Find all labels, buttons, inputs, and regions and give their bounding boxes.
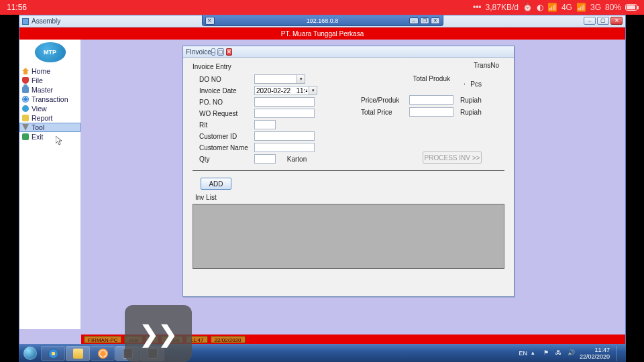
total-price-input[interactable] (409, 107, 453, 117)
invoice-date-input[interactable] (254, 86, 309, 95)
remote-viewport: Assembly – ▢ ✕ ⤲ 192.168.0.8 – ❐ ✕ PT. M… (19, 15, 626, 345)
maximize-button[interactable]: ▢ (217, 48, 224, 56)
close-button[interactable]: ✕ (610, 17, 623, 25)
media-player-icon (98, 349, 108, 359)
chevrons-right-icon: ❯❯ (140, 320, 177, 347)
customer-id-input[interactable] (254, 131, 315, 141)
sidebar-item-exit[interactable]: Exit (19, 132, 80, 141)
tray-time: 11:47 (580, 347, 610, 353)
rdp-close-button[interactable]: ✕ (431, 17, 440, 24)
sidebar-item-label: Home (32, 67, 50, 75)
network-icon[interactable]: 🖧 (555, 349, 564, 357)
start-button[interactable] (20, 346, 40, 361)
price-column: Price/Produk Rupiah Total Price Rupiah (361, 72, 502, 119)
sidebar-item-report[interactable]: Report (19, 113, 80, 123)
tray-lang[interactable]: EN (519, 350, 527, 357)
sidebar-item-label: File (32, 76, 43, 84)
qty-input[interactable] (254, 154, 276, 164)
flag-icon[interactable]: ⚑ (543, 349, 551, 357)
footer-host: FIRMAN-PC (84, 336, 121, 343)
rupiah-unit: Rupiah (460, 97, 482, 104)
rupiah-unit: Rupiah (460, 109, 482, 116)
price-produk-label: Price/Produk (361, 97, 405, 104)
sidebar-item-tool[interactable]: Tool (19, 123, 80, 132)
signal-4g: 4G (561, 3, 572, 12)
rdp-host: 192.168.0.8 (307, 17, 339, 24)
dnd-icon: ◐ (537, 3, 543, 12)
taskbar-item-media[interactable] (91, 346, 115, 361)
logo (35, 42, 66, 62)
system-tray: EN ▴ ⚑ 🖧 🔊 11:47 22/02/2020 (519, 346, 626, 361)
customer-name-input[interactable] (254, 143, 315, 152)
sidebar-item-label: View (32, 105, 47, 113)
chevron-down-icon[interactable]: ▾ (297, 74, 305, 84)
minimize-button[interactable]: – (584, 17, 596, 25)
wo-request-label: WO Request (199, 110, 254, 117)
do-no-input[interactable] (254, 74, 297, 84)
rdp-connection-bar[interactable]: ⤲ 192.168.0.8 – ❐ ✕ (202, 15, 443, 26)
rdp-minimize-button[interactable]: – (409, 17, 419, 24)
sidebar-item-label: Report (32, 114, 53, 122)
remote-control-widget[interactable]: ❯❯ (125, 305, 192, 362)
total-price-label: Total Price (361, 109, 405, 116)
finvoice-title-text: FInvoice (186, 48, 211, 56)
assembly-window: Assembly – ▢ ✕ ⤲ 192.168.0.8 – ❐ ✕ PT. M… (19, 15, 626, 345)
sidebar: Home File Master Transaction View Report… (19, 40, 81, 329)
company-banner: PT. Muara Tunggal Perkasa (19, 27, 625, 40)
wo-request-input[interactable] (254, 109, 315, 118)
file-icon (22, 77, 29, 84)
exit-icon (22, 133, 29, 140)
sidebar-item-label: Transaction (32, 95, 68, 103)
signal-3g: 3G (590, 3, 601, 12)
finvoice-body: Invoice Entry TransNo Total Produk . Pcs… (183, 58, 514, 296)
view-icon (22, 105, 29, 112)
rit-input[interactable] (254, 120, 276, 129)
sidebar-item-label: Exit (32, 133, 44, 141)
show-desktop-button[interactable] (616, 346, 622, 361)
tray-date: 22/02/2020 (580, 353, 610, 360)
android-clock: 11:56 (7, 3, 27, 12)
invoice-date-picker[interactable]: ▾ (254, 86, 321, 95)
windows-logo-icon (23, 347, 37, 360)
tray-clock[interactable]: 11:47 22/02/2020 (580, 347, 610, 360)
sidebar-item-file[interactable]: File (19, 76, 80, 85)
finvoice-window: FInvoice – ▢ ✕ Invoice Entry TransNo Tot… (182, 46, 515, 297)
report-icon (22, 115, 29, 121)
battery-pct: 80% (605, 3, 621, 12)
taskbar-item-explorer[interactable] (66, 346, 90, 361)
sidebar-item-view[interactable]: View (19, 104, 80, 113)
app-icon (22, 18, 29, 25)
qty-unit: Karton (287, 156, 307, 163)
rit-label: Rit (199, 121, 254, 129)
finvoice-titlebar[interactable]: FInvoice – ▢ ✕ (183, 46, 514, 58)
sidebar-item-label: Master (32, 86, 53, 94)
sidebar-item-transaction[interactable]: Transaction (19, 95, 80, 104)
footer-date: 22/02/2020 (211, 336, 246, 343)
minimize-button[interactable]: – (211, 48, 215, 56)
customer-id-label: Customer ID (199, 133, 254, 140)
add-button[interactable]: ADD (201, 178, 231, 190)
tool-icon (22, 124, 29, 131)
qty-label: Qty (199, 156, 254, 163)
chevron-down-icon[interactable]: ▾ (309, 86, 317, 95)
speaker-icon[interactable]: 🔊 (568, 349, 576, 357)
inv-list-grid[interactable] (193, 204, 504, 269)
sidebar-item-master[interactable]: Master (19, 85, 80, 95)
rdp-restore-button[interactable]: ❐ (420, 17, 429, 24)
pin-icon[interactable]: ⤲ (205, 17, 215, 25)
do-no-combo[interactable]: ▾ (254, 74, 321, 84)
windows-taskbar: EN ▴ ⚑ 🖧 🔊 11:47 22/02/2020 (19, 345, 626, 362)
price-produk-input[interactable] (409, 95, 453, 105)
ie-icon (48, 349, 58, 359)
maximize-button[interactable]: ▢ (597, 17, 609, 25)
po-no-input[interactable] (254, 97, 315, 107)
process-inv-button: PROCESS INV >> (423, 152, 482, 164)
tray-up-icon[interactable]: ▴ (531, 349, 539, 357)
alarm-off-icon: ⏰ (523, 3, 533, 12)
close-button[interactable]: ✕ (226, 48, 232, 56)
invoice-date-label: Invoice Date (199, 87, 254, 95)
transaction-icon (22, 96, 29, 103)
assembly-title-text: Assembly (32, 17, 60, 25)
sidebar-item-home[interactable]: Home (19, 66, 80, 76)
taskbar-item-ie[interactable] (41, 346, 65, 361)
